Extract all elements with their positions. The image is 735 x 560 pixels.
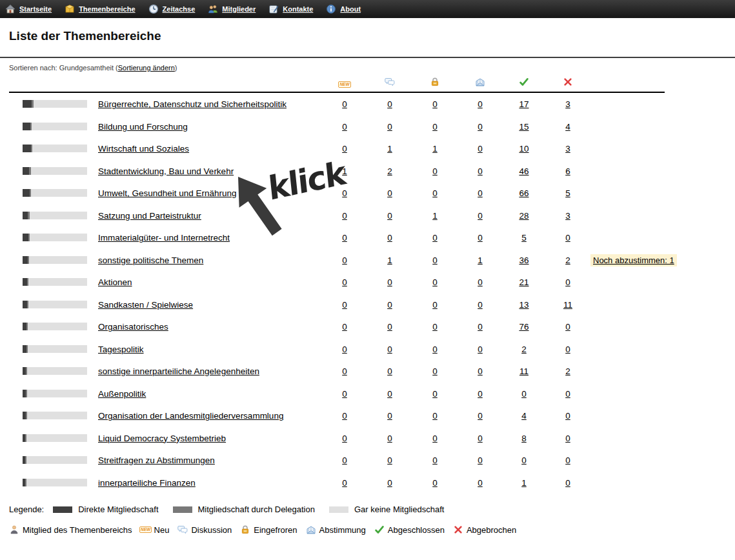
count-link[interactable]: 4 <box>521 411 527 421</box>
count-link[interactable]: 0 <box>478 211 483 221</box>
count-link[interactable]: 0 <box>565 322 570 332</box>
count-link[interactable]: 0 <box>342 300 347 310</box>
count-link[interactable]: 0 <box>387 99 392 109</box>
count-link[interactable]: 11 <box>563 300 572 310</box>
count-link[interactable]: 0 <box>387 277 392 287</box>
topic-link[interactable]: Wirtschaft und Soziales <box>98 144 189 154</box>
count-link[interactable]: 0 <box>342 322 347 332</box>
count-link[interactable]: 21 <box>519 277 529 287</box>
count-link[interactable]: 2 <box>565 366 570 376</box>
count-link[interactable]: 66 <box>519 188 529 198</box>
count-link[interactable]: 0 <box>432 255 438 265</box>
topic-link[interactable]: sonstige politische Themen <box>98 255 203 265</box>
topic-link[interactable]: Satzung und Parteistruktur <box>98 211 201 221</box>
count-link[interactable]: 0 <box>432 322 438 332</box>
count-link[interactable]: 0 <box>478 277 483 287</box>
count-link[interactable]: 0 <box>565 389 570 399</box>
count-link[interactable]: 0 <box>565 478 570 488</box>
count-link[interactable]: 0 <box>521 389 527 399</box>
count-link[interactable]: 3 <box>565 144 570 154</box>
topic-link[interactable]: Bürgerrechte, Datenschutz und Sicherheit… <box>98 99 287 109</box>
count-link[interactable]: 0 <box>478 366 483 376</box>
topic-link[interactable]: sonstige innerparteiliche Angelegenheite… <box>98 366 259 376</box>
count-link[interactable]: 0 <box>387 233 392 243</box>
count-link[interactable]: 46 <box>519 166 529 176</box>
count-link[interactable]: 2 <box>521 345 527 354</box>
count-link[interactable]: 17 <box>519 99 529 109</box>
count-link[interactable]: 0 <box>342 411 347 421</box>
count-link[interactable]: 0 <box>387 411 392 421</box>
count-link[interactable]: 0 <box>387 366 392 376</box>
count-link[interactable]: 0 <box>342 455 347 465</box>
count-link[interactable]: 0 <box>432 345 438 354</box>
count-link[interactable]: 0 <box>342 434 347 443</box>
count-link[interactable]: 15 <box>519 122 529 132</box>
count-link[interactable]: 1 <box>432 211 438 221</box>
count-link[interactable]: 0 <box>478 411 483 421</box>
count-link[interactable]: 0 <box>478 322 483 332</box>
change-sort-link[interactable]: Sortierung ändern <box>118 64 175 72</box>
count-link[interactable]: 3 <box>565 99 570 109</box>
nav-item-themenbereiche[interactable]: Themenbereiche <box>65 4 135 14</box>
count-link[interactable]: 0 <box>387 211 392 221</box>
count-link[interactable]: 6 <box>565 166 570 176</box>
topic-link[interactable]: Organisation der Landesmitgliederversamm… <box>98 411 283 421</box>
count-link[interactable]: 1 <box>521 478 527 488</box>
count-link[interactable]: 0 <box>432 188 438 198</box>
count-link[interactable]: 0 <box>342 366 347 376</box>
topic-link[interactable]: Aktionen <box>98 277 132 287</box>
count-link[interactable]: 0 <box>387 345 392 354</box>
topic-link[interactable]: innerparteiliche Finanzen <box>98 478 196 488</box>
count-link[interactable]: 0 <box>478 389 483 399</box>
count-link[interactable]: 0 <box>342 144 347 154</box>
count-link[interactable]: 28 <box>519 211 529 221</box>
count-link[interactable]: 0 <box>387 322 392 332</box>
count-link[interactable]: 8 <box>521 434 527 443</box>
count-link[interactable]: 0 <box>387 434 392 443</box>
topic-link[interactable]: Sandkasten / Spielwiese <box>98 300 193 310</box>
count-link[interactable]: 0 <box>342 277 347 287</box>
count-link[interactable]: 0 <box>565 455 570 465</box>
count-link[interactable]: 1 <box>478 255 483 265</box>
count-link[interactable]: 2 <box>565 255 570 265</box>
nav-item-kontakte[interactable]: Kontakte <box>268 4 313 14</box>
count-link[interactable]: 0 <box>432 300 438 310</box>
count-link[interactable]: 0 <box>432 166 438 176</box>
nav-item-mitglieder[interactable]: Mitglieder <box>208 4 256 14</box>
count-link[interactable]: 0 <box>432 277 438 287</box>
count-link[interactable]: 0 <box>478 233 483 243</box>
count-link[interactable]: 0 <box>478 434 483 443</box>
topic-link[interactable]: Außenpolitik <box>98 389 146 399</box>
count-link[interactable]: 0 <box>478 188 483 198</box>
count-link[interactable]: 0 <box>565 233 570 243</box>
count-link[interactable]: 13 <box>519 300 529 310</box>
count-link[interactable]: 0 <box>387 300 392 310</box>
count-link[interactable]: 0 <box>432 233 438 243</box>
count-link[interactable]: 1 <box>432 144 438 154</box>
count-link[interactable]: 0 <box>342 233 347 243</box>
topic-link[interactable]: Bildung und Forschung <box>98 122 188 132</box>
count-link[interactable]: 0 <box>342 122 347 132</box>
topic-link[interactable]: Organisatorisches <box>98 322 168 332</box>
count-link[interactable]: 0 <box>478 122 483 132</box>
count-link[interactable]: 5 <box>521 233 527 243</box>
count-link[interactable]: 4 <box>565 122 570 132</box>
count-link[interactable]: 0 <box>478 345 483 354</box>
topic-link[interactable]: Umwelt, Gesundheit und Ernährung <box>98 188 237 198</box>
count-link[interactable]: 0 <box>478 144 483 154</box>
count-link[interactable]: 11 <box>519 366 529 376</box>
count-link[interactable]: 36 <box>519 255 529 265</box>
count-link[interactable]: 0 <box>432 411 438 421</box>
count-link[interactable]: 0 <box>565 434 570 443</box>
count-link[interactable]: 0 <box>565 411 570 421</box>
count-link[interactable]: 0 <box>432 434 438 443</box>
count-link[interactable]: 2 <box>387 166 392 176</box>
count-link[interactable]: 0 <box>432 455 438 465</box>
count-link[interactable]: 0 <box>342 478 347 488</box>
topic-link[interactable]: Stadtentwicklung, Bau und Verkehr <box>98 166 234 176</box>
count-link[interactable]: 0 <box>342 345 347 354</box>
count-link[interactable]: 0 <box>478 300 483 310</box>
topic-link[interactable]: Liquid Democracy Systembetrieb <box>98 434 226 443</box>
count-link[interactable]: 1 <box>342 166 347 176</box>
nav-item-zeitachse[interactable]: Zeitachse <box>148 4 196 14</box>
